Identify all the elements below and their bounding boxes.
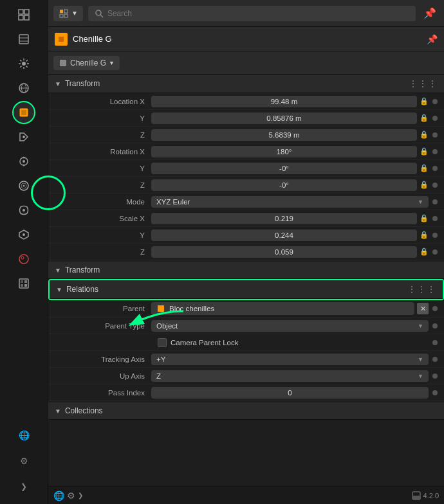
transform-collapse-arrow: ▼ <box>55 80 61 87</box>
parent-type-row: Parent Type Object ▼ <box>48 318 444 334</box>
mode-dropdown-arrow: ▼ <box>418 199 423 205</box>
sidebar-icon-world[interactable] <box>12 76 35 100</box>
pass-index-dot[interactable] <box>432 390 438 395</box>
scale-z-value[interactable]: 0.059 <box>151 246 417 258</box>
svg-rect-31 <box>60 10 63 13</box>
relations-section-header[interactable]: ▼ Relations ⋮⋮⋮ <box>50 280 443 299</box>
scale-y-value[interactable]: 0.244 <box>151 230 417 241</box>
sidebar-icon-globe-bottom[interactable]: 🌐 <box>12 424 35 447</box>
sidebar-icon-settings-bottom[interactable]: ⚙ <box>12 449 35 473</box>
tracking-axis-dot[interactable] <box>432 357 438 362</box>
svg-point-17 <box>23 165 25 166</box>
location-y-value[interactable]: 0.85876 m <box>151 113 417 124</box>
mode-row: Mode XYZ Euler ▼ <box>48 194 444 210</box>
object-type-icon <box>55 33 68 46</box>
properties-panel: ▼ Transform ⋮⋮⋮ Location X 99.48 m 🔒 Y 0… <box>48 75 444 486</box>
parent-value-text: Bloc chenilles <box>169 305 214 312</box>
location-z-row: Z 5.6839 m 🔒 <box>48 127 444 143</box>
location-y-dot[interactable] <box>432 116 438 121</box>
data-dropdown-button[interactable]: Chenille G ▼ <box>53 56 120 70</box>
scale-z-dot[interactable] <box>432 249 438 255</box>
relations-section-wrapper: ▼ Relations ⋮⋮⋮ <box>48 279 444 300</box>
scale-x-row: Scale X 0.219 🔒 <box>48 210 444 227</box>
sidebar-icon-modifier[interactable] <box>12 125 35 148</box>
mode-dot[interactable] <box>432 199 438 204</box>
svg-rect-43 <box>412 496 420 500</box>
pin-button[interactable]: 📌 <box>421 4 439 22</box>
location-z-value[interactable]: 5.6839 m <box>151 129 417 141</box>
location-x-value[interactable]: 99.48 m <box>151 96 417 107</box>
rotation-y-value[interactable]: -0° <box>151 163 417 174</box>
bottom-bar: 🌐 ⚙ ❯ 4.2.0 <box>48 486 444 504</box>
rotation-z-dot[interactable] <box>432 183 438 188</box>
up-axis-value[interactable]: Z ▼ <box>151 370 429 382</box>
rotation-x-dot[interactable] <box>432 149 438 154</box>
rotation-z-value[interactable]: -0° <box>151 179 417 191</box>
rotation-x-value[interactable]: 180° <box>151 146 417 158</box>
tracking-axis-value[interactable]: +Y ▼ <box>151 354 429 365</box>
parent-value[interactable]: Bloc chenilles <box>151 302 414 315</box>
dropdown-button[interactable]: ▼ <box>53 6 83 21</box>
sidebar-icon-viewlayer[interactable] <box>12 28 35 51</box>
parent-dot[interactable] <box>432 306 438 311</box>
sidebar-icon-physics[interactable] <box>12 174 35 197</box>
parent-type-value[interactable]: Object ▼ <box>151 320 429 332</box>
sidebar-icon-scene-props[interactable] <box>12 52 35 75</box>
scale-y-lock: 🔒 <box>420 231 429 239</box>
sidebar-icon-chevron-bottom[interactable]: ❯ <box>12 475 35 498</box>
sidebar-icon-render[interactable] <box>12 272 35 295</box>
collections-section-title: Collections <box>65 406 103 415</box>
svg-rect-30 <box>24 284 27 287</box>
up-axis-dot[interactable] <box>432 374 438 379</box>
parent-type-value-text: Object <box>156 322 178 330</box>
object-header: Chenille G 📌 <box>48 27 444 51</box>
sidebar-icon-data[interactable] <box>12 223 35 246</box>
camera-lock-checkbox-item[interactable]: Camera Parent Lock <box>158 338 429 347</box>
location-z-dot[interactable] <box>432 132 438 138</box>
rotation-y-dot[interactable] <box>432 166 438 171</box>
parent-type-label: Parent Type <box>55 322 151 330</box>
parent-value-container: Bloc chenilles ✕ <box>151 302 429 315</box>
transform-section-title: Transform <box>65 79 100 88</box>
scale-x-lock: 🔒 <box>420 214 429 222</box>
scale-y-label: Y <box>55 231 151 239</box>
pass-index-label: Pass Index <box>55 389 151 397</box>
svg-rect-0 <box>19 10 23 14</box>
camera-lock-dot[interactable] <box>432 340 438 345</box>
sidebar-icon-particles[interactable] <box>12 150 35 173</box>
parent-type-arrow: ▼ <box>418 323 423 329</box>
scale-x-label: Scale X <box>55 215 151 222</box>
location-x-dot[interactable] <box>432 99 438 104</box>
relations-dots-menu[interactable]: ⋮⋮⋮ <box>407 284 436 294</box>
location-x-label: Location X <box>55 98 151 105</box>
collections-section-header[interactable]: ▼ Collections <box>48 402 444 420</box>
transform2-section-title: Transform <box>65 266 100 274</box>
transform-dots-menu[interactable]: ⋮⋮⋮ <box>409 78 438 89</box>
transform2-section-header[interactable]: ▼ Transform <box>48 262 444 279</box>
object-pin-icon[interactable]: 📌 <box>427 34 438 44</box>
pass-index-value[interactable]: 0 <box>151 387 429 399</box>
sidebar-icon-scene[interactable] <box>12 3 35 26</box>
search-input[interactable] <box>107 9 409 18</box>
sidebar-left: 🌐 ⚙ ❯ <box>0 0 48 504</box>
bottom-settings-icon[interactable]: ⚙ <box>67 491 75 501</box>
mode-value[interactable]: XYZ Euler ▼ <box>151 196 429 208</box>
sidebar-icon-material[interactable] <box>12 248 35 271</box>
scale-y-dot[interactable] <box>432 233 438 238</box>
svg-rect-32 <box>64 10 68 13</box>
bottom-chevron-icon[interactable]: ❯ <box>78 492 83 499</box>
sidebar-icon-constraints[interactable] <box>12 199 35 222</box>
rotation-x-lock: 🔒 <box>420 147 429 156</box>
version-icon <box>412 491 421 500</box>
scale-x-value[interactable]: 0.219 <box>151 213 417 224</box>
scale-x-dot[interactable] <box>432 216 438 221</box>
parent-type-dot[interactable] <box>432 323 438 328</box>
svg-rect-34 <box>64 14 68 17</box>
svg-rect-27 <box>21 280 23 283</box>
search-bar-container <box>88 6 416 21</box>
sidebar-icon-object[interactable] <box>12 101 35 124</box>
bottom-globe-icon[interactable]: 🌐 <box>53 491 64 501</box>
camera-lock-checkbox[interactable] <box>158 338 167 347</box>
parent-clear-button[interactable]: ✕ <box>417 303 429 314</box>
transform-section-header[interactable]: ▼ Transform ⋮⋮⋮ <box>48 75 444 93</box>
